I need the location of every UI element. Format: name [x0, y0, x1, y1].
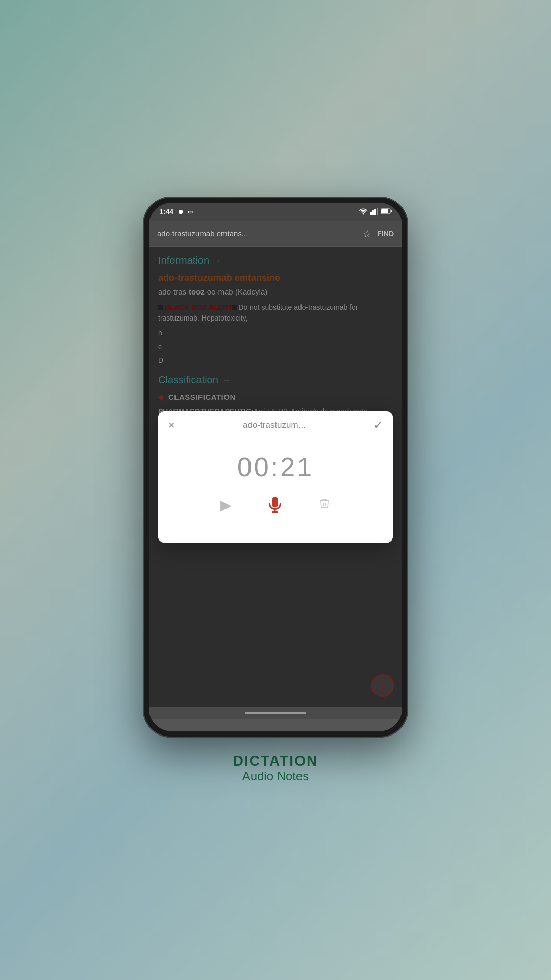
svg-rect-3 — [374, 209, 376, 215]
svg-rect-6 — [381, 209, 388, 213]
modal-title-text: ado-trastuzum... — [181, 420, 367, 430]
battery-icon — [381, 208, 392, 216]
card-icon: ▭ — [188, 208, 193, 215]
svg-rect-2 — [372, 210, 374, 215]
status-left: 1:44 ⏺ ▭ — [159, 208, 193, 216]
signal-icon — [370, 208, 378, 216]
scroll-content: Information → ado-trastuzumab emtansine … — [149, 247, 402, 707]
status-right — [359, 208, 392, 216]
microphone-button[interactable] — [262, 493, 288, 518]
bottom-text-area: DICTATION Audio Notes — [233, 753, 318, 783]
app-subtitle: Audio Notes — [233, 769, 318, 783]
favorite-icon[interactable]: ☆ — [363, 228, 372, 240]
app-title: DICTATION — [233, 753, 318, 769]
find-button[interactable]: FIND — [377, 230, 394, 238]
nav-bar: ado-trastuzumab emtans... ☆ FIND — [149, 221, 402, 247]
phone-screen: 1:44 ⏺ ▭ — [149, 203, 402, 731]
play-button[interactable]: ▶ — [220, 497, 232, 513]
time-display: 1:44 — [159, 208, 173, 216]
home-bar — [245, 712, 306, 714]
svg-point-0 — [363, 213, 364, 214]
modal-header: × ado-trastuzum... ✓ — [158, 411, 393, 439]
home-indicator — [149, 707, 402, 719]
modal-timer-area: 00:21 ▶ — [158, 439, 393, 543]
status-bar: 1:44 ⏺ ▭ — [149, 203, 402, 221]
modal-overlay: × ado-trastuzum... ✓ 00:21 ▶ — [149, 247, 402, 707]
phone-frame: 1:44 ⏺ ▭ — [143, 197, 408, 738]
media-icon: ⏺ — [178, 208, 184, 215]
content-area: Information → ado-trastuzumab emtansine … — [149, 247, 402, 719]
wifi-icon — [359, 208, 367, 216]
nav-title: ado-trastuzumab emtans... — [157, 229, 358, 238]
modal-confirm-button[interactable]: ✓ — [373, 419, 383, 432]
audio-recording-modal: × ado-trastuzum... ✓ 00:21 ▶ — [158, 411, 393, 543]
svg-rect-17 — [272, 497, 278, 507]
svg-rect-1 — [370, 212, 372, 215]
delete-button[interactable] — [318, 498, 331, 513]
timer-display: 00:21 — [168, 452, 383, 482]
svg-rect-7 — [391, 210, 392, 212]
modal-close-button[interactable]: × — [168, 420, 175, 431]
svg-rect-4 — [377, 208, 378, 215]
modal-controls: ▶ — [168, 493, 383, 530]
